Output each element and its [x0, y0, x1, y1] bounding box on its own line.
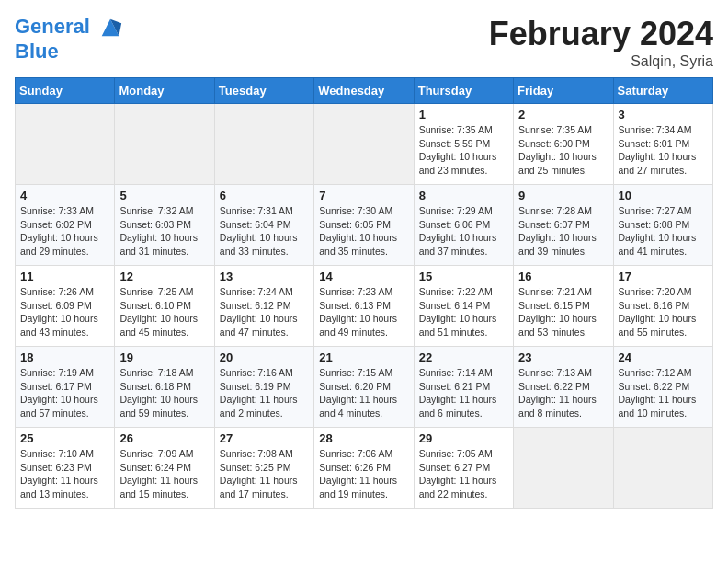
- calendar-cell: 9Sunrise: 7:28 AM Sunset: 6:07 PM Daylig…: [514, 185, 613, 266]
- calendar-cell: 24Sunrise: 7:12 AM Sunset: 6:22 PM Dayli…: [613, 347, 712, 428]
- day-info: Sunrise: 7:14 AM Sunset: 6:21 PM Dayligh…: [419, 366, 508, 420]
- day-info: Sunrise: 7:35 AM Sunset: 6:00 PM Dayligh…: [518, 123, 608, 178]
- calendar-week-4: 18Sunrise: 7:19 AM Sunset: 6:17 PM Dayli…: [16, 347, 713, 428]
- day-number: 26: [119, 431, 209, 445]
- day-number: 24: [619, 350, 708, 364]
- month-title: February 2024: [489, 15, 713, 53]
- day-info: Sunrise: 7:27 AM Sunset: 6:08 PM Dayligh…: [619, 204, 708, 259]
- calendar-cell: 29Sunrise: 7:05 AM Sunset: 6:27 PM Dayli…: [414, 428, 513, 509]
- calendar-cell: 22Sunrise: 7:14 AM Sunset: 6:21 PM Dayli…: [414, 347, 513, 428]
- calendar-cell: [16, 104, 115, 185]
- day-number: 5: [119, 189, 209, 202]
- day-info: Sunrise: 7:06 AM Sunset: 6:26 PM Dayligh…: [319, 447, 408, 501]
- weekday-header-friday: Friday: [514, 78, 613, 104]
- day-info: Sunrise: 7:33 AM Sunset: 6:02 PM Dayligh…: [20, 204, 109, 259]
- day-info: Sunrise: 7:22 AM Sunset: 6:14 PM Dayligh…: [419, 285, 508, 339]
- calendar-cell: 26Sunrise: 7:09 AM Sunset: 6:24 PM Dayli…: [115, 428, 214, 509]
- day-info: Sunrise: 7:09 AM Sunset: 6:24 PM Dayligh…: [119, 447, 209, 501]
- day-number: 27: [220, 431, 309, 445]
- day-number: 13: [220, 270, 309, 283]
- day-info: Sunrise: 7:21 AM Sunset: 6:15 PM Dayligh…: [518, 285, 608, 339]
- calendar-cell: 28Sunrise: 7:06 AM Sunset: 6:26 PM Dayli…: [314, 428, 414, 509]
- day-number: 4: [20, 189, 109, 202]
- day-info: Sunrise: 7:24 AM Sunset: 6:12 PM Dayligh…: [220, 285, 309, 339]
- calendar-cell: 4Sunrise: 7:33 AM Sunset: 6:02 PM Daylig…: [16, 185, 115, 266]
- day-number: 9: [518, 189, 608, 202]
- calendar-cell: 5Sunrise: 7:32 AM Sunset: 6:03 PM Daylig…: [115, 185, 214, 266]
- logo: General Blue: [15, 15, 123, 63]
- logo-text: General Blue: [15, 15, 123, 63]
- day-info: Sunrise: 7:05 AM Sunset: 6:27 PM Dayligh…: [419, 447, 508, 501]
- calendar-cell: 1Sunrise: 7:35 AM Sunset: 5:59 PM Daylig…: [414, 104, 513, 185]
- calendar-week-2: 4Sunrise: 7:33 AM Sunset: 6:02 PM Daylig…: [16, 185, 713, 266]
- calendar-cell: 25Sunrise: 7:10 AM Sunset: 6:23 PM Dayli…: [16, 428, 115, 509]
- day-info: Sunrise: 7:10 AM Sunset: 6:23 PM Dayligh…: [20, 447, 109, 501]
- day-info: Sunrise: 7:29 AM Sunset: 6:06 PM Dayligh…: [419, 204, 508, 259]
- calendar-cell: 12Sunrise: 7:25 AM Sunset: 6:10 PM Dayli…: [115, 266, 214, 347]
- page-header: General Blue February 2024 Salqin, Syria: [15, 15, 713, 70]
- calendar-cell: 11Sunrise: 7:26 AM Sunset: 6:09 PM Dayli…: [16, 266, 115, 347]
- day-info: Sunrise: 7:26 AM Sunset: 6:09 PM Dayligh…: [20, 285, 109, 339]
- calendar-cell: 13Sunrise: 7:24 AM Sunset: 6:12 PM Dayli…: [214, 266, 313, 347]
- day-info: Sunrise: 7:19 AM Sunset: 6:17 PM Dayligh…: [20, 366, 109, 420]
- calendar-cell: 3Sunrise: 7:34 AM Sunset: 6:01 PM Daylig…: [613, 104, 712, 185]
- weekday-header-wednesday: Wednesday: [314, 78, 414, 104]
- day-number: 11: [20, 270, 109, 283]
- calendar-cell: [514, 428, 613, 509]
- calendar-week-1: 1Sunrise: 7:35 AM Sunset: 5:59 PM Daylig…: [16, 104, 713, 185]
- calendar-cell: 20Sunrise: 7:16 AM Sunset: 6:19 PM Dayli…: [214, 347, 313, 428]
- day-number: 15: [419, 270, 508, 283]
- calendar-body: 1Sunrise: 7:35 AM Sunset: 5:59 PM Daylig…: [16, 104, 713, 509]
- day-number: 14: [319, 270, 408, 283]
- day-info: Sunrise: 7:23 AM Sunset: 6:13 PM Dayligh…: [319, 285, 408, 339]
- day-number: 18: [20, 350, 109, 364]
- day-number: 8: [419, 189, 508, 202]
- day-number: 25: [20, 431, 109, 445]
- day-info: Sunrise: 7:20 AM Sunset: 6:16 PM Dayligh…: [619, 285, 708, 339]
- day-number: 1: [419, 108, 508, 121]
- weekday-header-saturday: Saturday: [613, 78, 712, 104]
- day-number: 2: [518, 108, 608, 121]
- day-info: Sunrise: 7:34 AM Sunset: 6:01 PM Dayligh…: [619, 123, 708, 178]
- weekday-header-row: SundayMondayTuesdayWednesdayThursdayFrid…: [16, 78, 713, 104]
- day-number: 3: [619, 108, 708, 121]
- calendar-cell: [613, 428, 712, 509]
- day-number: 17: [619, 270, 708, 283]
- weekday-header-tuesday: Tuesday: [214, 78, 313, 104]
- location-subtitle: Salqin, Syria: [489, 53, 713, 70]
- calendar-cell: 16Sunrise: 7:21 AM Sunset: 6:15 PM Dayli…: [514, 266, 613, 347]
- weekday-header-monday: Monday: [115, 78, 214, 104]
- calendar-cell: 10Sunrise: 7:27 AM Sunset: 6:08 PM Dayli…: [613, 185, 712, 266]
- day-info: Sunrise: 7:32 AM Sunset: 6:03 PM Dayligh…: [119, 204, 209, 259]
- day-number: 29: [419, 431, 508, 445]
- weekday-header-sunday: Sunday: [16, 78, 115, 104]
- day-number: 28: [319, 431, 408, 445]
- title-area: February 2024 Salqin, Syria: [489, 15, 713, 70]
- calendar-cell: 14Sunrise: 7:23 AM Sunset: 6:13 PM Dayli…: [314, 266, 414, 347]
- day-info: Sunrise: 7:12 AM Sunset: 6:22 PM Dayligh…: [619, 366, 708, 420]
- calendar-cell: 17Sunrise: 7:20 AM Sunset: 6:16 PM Dayli…: [613, 266, 712, 347]
- calendar-cell: 27Sunrise: 7:08 AM Sunset: 6:25 PM Dayli…: [214, 428, 313, 509]
- calendar-table: SundayMondayTuesdayWednesdayThursdayFrid…: [15, 77, 713, 509]
- weekday-header-thursday: Thursday: [414, 78, 513, 104]
- day-number: 23: [518, 350, 608, 364]
- calendar-cell: 21Sunrise: 7:15 AM Sunset: 6:20 PM Dayli…: [314, 347, 414, 428]
- day-number: 6: [220, 189, 309, 202]
- calendar-cell: 8Sunrise: 7:29 AM Sunset: 6:06 PM Daylig…: [414, 185, 513, 266]
- day-number: 20: [220, 350, 309, 364]
- day-info: Sunrise: 7:13 AM Sunset: 6:22 PM Dayligh…: [518, 366, 608, 420]
- day-info: Sunrise: 7:35 AM Sunset: 5:59 PM Dayligh…: [419, 123, 508, 178]
- calendar-week-5: 25Sunrise: 7:10 AM Sunset: 6:23 PM Dayli…: [16, 428, 713, 509]
- calendar-cell: [314, 104, 414, 185]
- day-info: Sunrise: 7:25 AM Sunset: 6:10 PM Dayligh…: [119, 285, 209, 339]
- calendar-cell: [214, 104, 313, 185]
- day-info: Sunrise: 7:16 AM Sunset: 6:19 PM Dayligh…: [220, 366, 309, 420]
- day-info: Sunrise: 7:28 AM Sunset: 6:07 PM Dayligh…: [518, 204, 608, 259]
- calendar-cell: 15Sunrise: 7:22 AM Sunset: 6:14 PM Dayli…: [414, 266, 513, 347]
- calendar-cell: 7Sunrise: 7:30 AM Sunset: 6:05 PM Daylig…: [314, 185, 414, 266]
- day-number: 12: [119, 270, 209, 283]
- calendar-week-3: 11Sunrise: 7:26 AM Sunset: 6:09 PM Dayli…: [16, 266, 713, 347]
- calendar-cell: [115, 104, 214, 185]
- day-number: 10: [619, 189, 708, 202]
- day-info: Sunrise: 7:15 AM Sunset: 6:20 PM Dayligh…: [319, 366, 408, 420]
